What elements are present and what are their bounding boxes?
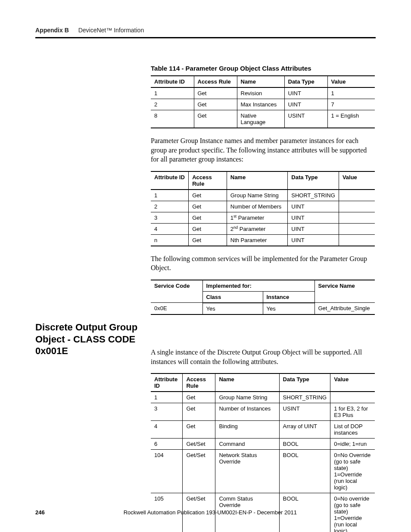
cell: Get: [183, 392, 215, 403]
cell: Yes: [202, 303, 263, 314]
th: Data Type: [288, 171, 339, 190]
running-header: Appendix B DeviceNet™ Information: [35, 27, 376, 34]
cell: 1 for E3, 2 for E3 Plus: [330, 403, 375, 421]
cell: UINT: [288, 234, 339, 246]
th: Attribute ID: [151, 373, 183, 392]
cell: Get: [189, 190, 227, 201]
th: Value: [327, 76, 375, 87]
table-class-attributes: Attribute ID Access Rule Name Data Type …: [151, 75, 375, 128]
cell: 4: [151, 223, 189, 234]
cell: UINT: [288, 212, 339, 223]
cell: USINT: [279, 403, 330, 421]
cell: UINT: [284, 87, 327, 99]
table-row: 4GetBindingArray of UINTList of DOP inst…: [151, 421, 375, 439]
table-row: 4Get2nd ParameterUINT: [151, 223, 375, 234]
cell: Get: [189, 201, 227, 212]
section-heading: Discrete Output Group Object - CLASS COD…: [35, 321, 143, 357]
cell: [339, 190, 375, 201]
table-row: 2GetMax InstancesUINT7: [151, 99, 375, 110]
th: Class: [202, 291, 263, 303]
publication-info: Rockwell Automation Publication 193-UM00…: [35, 509, 376, 516]
th: Access Rule: [183, 373, 215, 392]
table-row: 1GetRevisionUINT1: [151, 87, 375, 99]
th: Access Rule: [194, 76, 237, 87]
th: Service Code: [151, 280, 202, 303]
cell: Get: [189, 223, 227, 234]
cell: 7: [327, 99, 375, 110]
cell: 0=No Override (go to safe state)1=Overri…: [330, 450, 375, 493]
cell: 8: [151, 110, 194, 128]
cell: Network Status Override: [215, 450, 279, 493]
cell: BOOL: [279, 439, 330, 450]
th: Name: [227, 171, 288, 190]
paragraph: A single instance of the Discrete Output…: [151, 348, 375, 366]
cell: 1st Parameter: [227, 212, 288, 223]
page-number: 246: [35, 509, 45, 516]
cell: Get: [194, 87, 237, 99]
table-row: nGetNth ParameterUINT: [151, 234, 375, 246]
cell: Revision: [237, 87, 284, 99]
cell: Number of Members: [227, 201, 288, 212]
table-row: 0x0EYesYesGet_Attribute_Single: [151, 303, 375, 314]
cell: Binding: [215, 421, 279, 439]
th: Instance: [263, 291, 314, 303]
table-row: 3Get1st ParameterUINT: [151, 212, 375, 223]
header-title: DeviceNet™ Information: [78, 27, 144, 34]
table-row: 6Get/SetCommandBOOL0=idle; 1=run: [151, 439, 375, 450]
cell: Array of UINT: [279, 421, 330, 439]
cell: Get: [183, 403, 215, 421]
cell: SHORT_STRING: [279, 392, 330, 403]
cell: UINT: [288, 201, 339, 212]
header-rule: [35, 37, 376, 38]
paragraph: Parameter Group Instance names and membe…: [151, 136, 375, 164]
cell: Get: [189, 212, 227, 223]
cell: 0x0E: [151, 303, 202, 314]
cell: Get/Set: [183, 450, 215, 493]
table-row: 8GetNative LanguageUSINT1 = English: [151, 110, 375, 128]
cell: 4: [151, 421, 183, 439]
cell: 1: [327, 87, 375, 99]
th: Name: [237, 76, 284, 87]
cell: 2: [151, 201, 189, 212]
table1-caption: Table 114 - Parameter Group Object Class…: [151, 65, 375, 72]
th: Value: [339, 171, 375, 190]
cell: [339, 201, 375, 212]
cell: 2: [151, 99, 194, 110]
cell: Get: [183, 421, 215, 439]
appendix-label: Appendix B: [35, 27, 69, 34]
table-row: 1GetGroup Name StringSHORT_STRING: [151, 392, 375, 403]
th: Access Rule: [189, 171, 227, 190]
cell: 1: [151, 392, 183, 403]
cell: [339, 223, 375, 234]
cell: [330, 392, 375, 403]
th: Data Type: [279, 373, 330, 392]
cell: 6: [151, 439, 183, 450]
table-services: Service Code Implemented for: Service Na…: [151, 280, 375, 315]
th: Value: [330, 373, 375, 392]
th: Attribute ID: [151, 76, 194, 87]
th: Name: [215, 373, 279, 392]
cell: 3: [151, 403, 183, 421]
th: Attribute ID: [151, 171, 189, 190]
cell: SHORT_STRING: [288, 190, 339, 201]
cell: Get: [189, 234, 227, 246]
page-footer: 246 Rockwell Automation Publication 193-…: [35, 509, 376, 516]
th: Implemented for:: [202, 280, 314, 292]
cell: 0=idle; 1=run: [330, 439, 375, 450]
cell: Number of Instances: [215, 403, 279, 421]
table-dog-attributes: Attribute ID Access Rule Name Data Type …: [151, 373, 375, 532]
th: Data Type: [284, 76, 327, 87]
th: Service Name: [314, 280, 375, 303]
cell: Command: [215, 439, 279, 450]
cell: 104: [151, 450, 183, 493]
cell: UINT: [284, 99, 327, 110]
paragraph: The following common services will be im…: [151, 254, 375, 273]
cell: Group Name String: [227, 190, 288, 201]
table-row: 2GetNumber of MembersUINT: [151, 201, 375, 212]
cell: Group Name String: [215, 392, 279, 403]
cell: [339, 212, 375, 223]
cell: Nth Parameter: [227, 234, 288, 246]
cell: 1: [151, 190, 189, 201]
cell: UINT: [288, 223, 339, 234]
table-row: 1GetGroup Name StringSHORT_STRING: [151, 190, 375, 201]
